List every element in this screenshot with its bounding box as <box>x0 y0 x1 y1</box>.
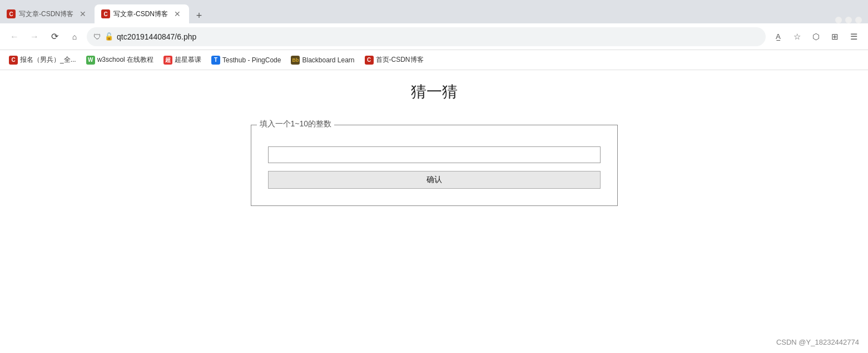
bookmark-6-icon: C <box>365 56 374 65</box>
reload-button[interactable]: ⟳ <box>47 29 62 45</box>
bookmark-4-icon: T <box>211 56 220 65</box>
page-title: 猜一猜 <box>411 81 458 102</box>
bookmark-5-icon: Bb <box>291 56 300 65</box>
tab-1[interactable]: C 写文章-CSDN博客 ✕ <box>0 4 95 23</box>
tab-bar: C 写文章-CSDN博客 ✕ C 写文章-CSDN博客 ✕ + <box>0 0 868 23</box>
security-icon: 🛡 <box>93 32 101 41</box>
maximize-button[interactable] <box>845 17 852 23</box>
bookmark-4[interactable]: T Testhub - PingCode <box>207 54 285 66</box>
bookmark-5[interactable]: Bb Blackboard Learn <box>286 54 359 66</box>
browser-window-controls <box>834 17 868 23</box>
translate-icon[interactable]: A̲ <box>770 29 786 45</box>
favorites-icon[interactable]: ☆ <box>789 29 805 45</box>
submit-button[interactable]: 确认 <box>268 171 601 189</box>
tab-1-label: 写文章-CSDN博客 <box>19 9 73 19</box>
bookmark-3-label: 超星慕课 <box>175 55 201 65</box>
tab-2[interactable]: C 写文章-CSDN博客 ✕ <box>95 4 189 23</box>
bookmark-5-label: Blackboard Learn <box>302 56 354 64</box>
bookmark-2-label: w3school 在线教程 <box>97 55 153 65</box>
new-tab-button[interactable]: + <box>191 8 207 23</box>
tab-2-icon: C <box>101 9 110 18</box>
bookmark-2-icon: W <box>86 56 95 65</box>
pocket-icon[interactable]: ⬡ <box>808 29 824 45</box>
form-legend: 填入一个1~10的整数 <box>257 119 335 129</box>
bookmark-4-label: Testhub - PingCode <box>222 56 281 64</box>
address-url: qtc20191440847/6.php <box>117 32 759 41</box>
nav-right-controls: A̲ ☆ ⬡ ⊞ ☰ <box>770 29 861 45</box>
tab-1-close[interactable]: ✕ <box>78 9 88 19</box>
tab-2-close[interactable]: ✕ <box>172 9 182 19</box>
tab-1-icon: C <box>7 9 16 18</box>
back-button[interactable]: ← <box>7 29 22 45</box>
address-bar[interactable]: 🛡 🔓 qtc20191440847/6.php <box>87 27 766 46</box>
browser-menu-icon[interactable]: ☰ <box>846 29 861 45</box>
bookmark-6-label: 首页-CSDN博客 <box>376 55 424 65</box>
page-content: 猜一猜 填入一个1~10的整数 确认 <box>0 70 868 353</box>
bookmarks-bar: C 报名（男兵）_全... W w3school 在线教程 超 超星慕课 T T… <box>0 50 868 70</box>
bookmark-1-icon: C <box>9 56 18 65</box>
tab-2-label: 写文章-CSDN博客 <box>113 9 168 19</box>
guess-form: 填入一个1~10的整数 确认 <box>251 125 618 206</box>
bookmark-3-icon: 超 <box>163 56 172 65</box>
bookmark-1-label: 报名（男兵）_全... <box>20 55 76 65</box>
forward-button[interactable]: → <box>27 29 42 45</box>
bookmark-6[interactable]: C 首页-CSDN博客 <box>360 53 428 66</box>
bookmark-1[interactable]: C 报名（男兵）_全... <box>4 53 81 66</box>
nav-bar: ← → ⟳ ⌂ 🛡 🔓 qtc20191440847/6.php A̲ ☆ ⬡ … <box>0 23 868 50</box>
bookmark-3[interactable]: 超 超星慕课 <box>159 53 206 66</box>
number-input[interactable] <box>268 146 601 163</box>
collections-icon[interactable]: ⊞ <box>827 29 842 45</box>
home-button[interactable]: ⌂ <box>67 29 82 45</box>
footer-watermark: CSDN @Y_18232442774 <box>776 338 859 346</box>
close-button[interactable] <box>855 17 862 23</box>
bookmark-2[interactable]: W w3school 在线教程 <box>82 53 158 66</box>
lock-icon: 🔓 <box>105 32 113 41</box>
minimize-button[interactable] <box>835 17 842 23</box>
